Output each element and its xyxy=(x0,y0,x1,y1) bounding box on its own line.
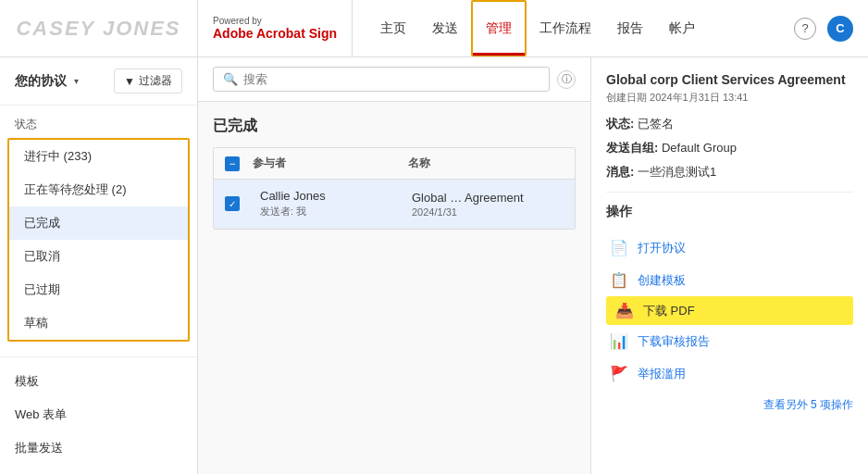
participant-role: 发送者: 我 xyxy=(260,205,412,218)
status-value: 已签名 xyxy=(638,117,674,131)
report-abuse-icon: 🚩 xyxy=(610,365,628,382)
sidebar: 您的协议 ▾ ▼ 过滤器 状态 进行中 (233) 正在等待您处理 (2) 已完… xyxy=(0,57,198,474)
sidebar-divider xyxy=(0,356,197,357)
sidebar-header: 您的协议 ▾ ▼ 过滤器 xyxy=(0,57,197,106)
agreement-date: 2024/1/31 xyxy=(412,206,564,218)
agreement-name: Global … Agreement xyxy=(412,191,564,205)
message-label: 消息: xyxy=(606,165,634,179)
nav-send[interactable]: 发送 xyxy=(419,0,471,56)
filter-icon: ▼ xyxy=(124,75,135,88)
sidebar-item-expired[interactable]: 已过期 xyxy=(9,273,188,306)
row-checkbox[interactable]: ✓ xyxy=(225,196,240,211)
search-icon: 🔍 xyxy=(223,72,238,86)
brand-powered-label: Powered by xyxy=(213,16,337,26)
content-area: 🔍 ⓘ 已完成 − 参与者 名称 ✓ xyxy=(198,57,590,474)
action-create-template[interactable]: 📋 创建模板 xyxy=(606,264,853,296)
actions-title: 操作 xyxy=(606,204,853,220)
sidebar-item-bulk-send[interactable]: 批量发送 xyxy=(0,431,197,465)
action-report-abuse-label: 举报滥用 xyxy=(638,366,686,382)
table-row[interactable]: ✓ Callie Jones 发送者: 我 Global … Agreement… xyxy=(214,180,575,229)
search-wrap: 🔍 xyxy=(213,67,550,92)
nav-home[interactable]: 主页 xyxy=(367,0,419,56)
action-open-label: 打开协议 xyxy=(638,240,686,256)
dropdown-arrow-icon[interactable]: ▾ xyxy=(74,76,79,86)
send-group-value: Default Group xyxy=(662,141,737,155)
detail-message-row: 消息: 一些消息测试1 xyxy=(606,164,853,181)
nav-account[interactable]: 帐户 xyxy=(656,0,708,56)
detail-panel: Global corp Client Services Agreement 创建… xyxy=(590,57,868,474)
filter-button[interactable]: ▼ 过滤器 xyxy=(114,69,182,94)
sidebar-bottom: 模板 Web 表单 批量发送 xyxy=(0,349,197,465)
detail-status-row: 状态: 已签名 xyxy=(606,116,853,132)
sidebar-item-completed[interactable]: 已完成 xyxy=(9,206,188,240)
search-bar: 🔍 ⓘ xyxy=(198,57,590,102)
detail-sendgroup-row: 发送自组: Default Group xyxy=(606,140,853,156)
header: CASEY JONES Powered by Adobe Acrobat Sig… xyxy=(0,0,868,57)
participant-column: Callie Jones 发送者: 我 xyxy=(253,189,412,218)
download-pdf-icon: 📥 xyxy=(615,302,634,319)
detail-created-date: 创建日期 2024年1月31日 13:41 xyxy=(606,91,853,105)
detail-title: Global corp Client Services Agreement xyxy=(606,72,853,87)
detail-divider xyxy=(606,192,853,193)
action-create-template-label: 创建模板 xyxy=(638,272,686,289)
more-actions-link[interactable]: 查看另外 5 项操作 xyxy=(606,397,853,413)
select-all-checkbox[interactable]: − xyxy=(225,156,240,171)
sidebar-item-in-progress[interactable]: 进行中 (233) xyxy=(9,140,188,173)
content-body: 已完成 − 参与者 名称 ✓ Callie Jones 发送者: 我 xyxy=(198,102,590,474)
logo: CASEY JONES xyxy=(16,17,180,41)
action-download-pdf[interactable]: 📥 下载 PDF xyxy=(606,296,853,325)
status-group: 进行中 (233) 正在等待您处理 (2) 已完成 已取消 已过期 草稿 xyxy=(7,138,190,342)
col-name-header: 名称 xyxy=(408,156,564,171)
nav-report[interactable]: 报告 xyxy=(604,0,656,56)
sidebar-item-draft[interactable]: 草稿 xyxy=(9,306,188,340)
col-participant-header: 参与者 xyxy=(253,156,408,171)
sidebar-item-templates[interactable]: 模板 xyxy=(0,365,197,398)
nav-manage[interactable]: 管理 xyxy=(471,0,527,56)
nav-workflow[interactable]: 工作流程 xyxy=(527,0,604,56)
action-open[interactable]: 📄 打开协议 xyxy=(606,231,853,264)
agreements-table: − 参与者 名称 ✓ Callie Jones 发送者: 我 Global … … xyxy=(213,147,576,230)
help-icon[interactable]: ? xyxy=(794,18,816,40)
section-title: 已完成 xyxy=(213,117,576,136)
avatar[interactable]: C xyxy=(827,16,853,42)
header-check: − xyxy=(225,156,253,171)
action-download-audit[interactable]: 📊 下载审核报告 xyxy=(606,325,853,357)
open-agreement-icon: 📄 xyxy=(610,239,628,256)
brand-name: Adobe Acrobat Sign xyxy=(213,26,337,42)
search-input[interactable] xyxy=(243,72,539,86)
info-icon[interactable]: ⓘ xyxy=(557,70,576,89)
action-report-abuse[interactable]: 🚩 举报滥用 xyxy=(606,357,853,390)
sidebar-title: 您的协议 xyxy=(15,73,67,90)
logo-area: CASEY JONES xyxy=(0,0,198,56)
main-area: 您的协议 ▾ ▼ 过滤器 状态 进行中 (233) 正在等待您处理 (2) 已完… xyxy=(0,57,868,474)
row-checkbox-wrap: ✓ xyxy=(225,196,253,211)
status-label: 状态: xyxy=(606,117,634,131)
brand-area: Powered by Adobe Acrobat Sign xyxy=(198,0,353,56)
sidebar-item-cancelled[interactable]: 已取消 xyxy=(9,240,188,273)
nav-area: 主页 发送 管理 工作流程 报告 帐户 xyxy=(353,0,779,56)
message-value: 一些消息测试1 xyxy=(638,165,716,179)
name-column: Global … Agreement 2024/1/31 xyxy=(412,191,564,218)
create-template-icon: 📋 xyxy=(610,271,628,289)
table-header: − 参与者 名称 xyxy=(214,148,575,180)
status-section-label: 状态 xyxy=(0,106,197,138)
participant-name: Callie Jones xyxy=(260,189,412,203)
sidebar-item-waiting[interactable]: 正在等待您处理 (2) xyxy=(9,173,188,206)
send-group-label: 发送自组: xyxy=(606,141,658,155)
download-audit-icon: 📊 xyxy=(610,332,628,350)
sidebar-item-webform[interactable]: Web 表单 xyxy=(0,398,197,431)
header-right: ? C xyxy=(779,16,868,42)
filter-label: 过滤器 xyxy=(139,73,172,89)
action-download-pdf-label: 下载 PDF xyxy=(643,303,695,319)
action-download-audit-label: 下载审核报告 xyxy=(638,333,710,350)
